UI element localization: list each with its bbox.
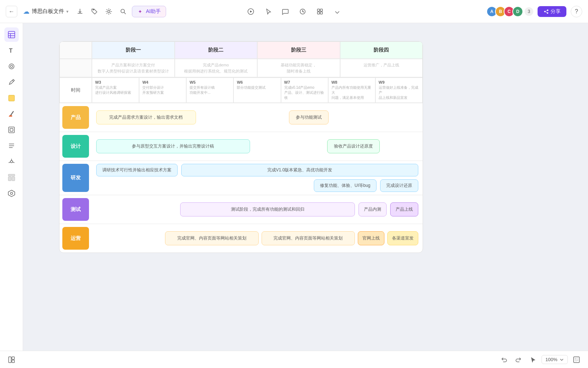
cursor-mode-button[interactable] bbox=[527, 354, 539, 365]
panel-layout-button[interactable] bbox=[6, 354, 17, 365]
week-w7-id: W7 bbox=[284, 80, 325, 84]
avatar-group: A B C D 3 bbox=[486, 6, 533, 17]
week-w9-id: W9 bbox=[379, 80, 419, 84]
history-button[interactable] bbox=[297, 6, 308, 17]
toolbar-center bbox=[245, 6, 343, 17]
week-w9-desc: 运营做好上线准备，完成产 品上线和新品宣发 bbox=[379, 85, 419, 100]
zoom-control[interactable]: 100% bbox=[542, 355, 568, 364]
week-w6-desc: 部分功能提交测试 bbox=[237, 85, 277, 90]
frame-icon bbox=[8, 126, 15, 134]
svg-rect-37 bbox=[577, 359, 578, 360]
task-dev-1: 调研技术可行性并输出相应技术方案 bbox=[96, 164, 178, 176]
minimap-button[interactable] bbox=[571, 354, 582, 365]
comment-button[interactable] bbox=[280, 6, 291, 17]
ops-label: 运营 bbox=[62, 227, 89, 250]
dev-tasks-row2: 修复功能、体验、UI等bug 完成设计还原 bbox=[96, 179, 418, 192]
week-w8-id: W8 bbox=[331, 80, 372, 84]
sidebar-item-brush[interactable] bbox=[4, 107, 19, 121]
sidebar-item-mindmap[interactable] bbox=[4, 154, 19, 169]
sidebar-item-list[interactable] bbox=[4, 139, 19, 153]
svg-point-15 bbox=[10, 65, 13, 67]
zoom-chevron-icon bbox=[560, 358, 564, 362]
task-ops-2: 完成官网、内容页面等网站相关策划 bbox=[262, 231, 355, 245]
more-icon bbox=[334, 8, 341, 15]
settings-button[interactable] bbox=[103, 6, 115, 17]
sidebar-item-table[interactable] bbox=[4, 27, 19, 42]
chevron-down-icon: ▾ bbox=[66, 9, 68, 14]
text-icon: T bbox=[8, 47, 15, 54]
week-w4-desc: 交付部分设计 开发预研方案 bbox=[142, 85, 183, 95]
play-button[interactable] bbox=[245, 6, 257, 17]
sidebar-item-frame[interactable] bbox=[4, 123, 19, 137]
grid-view-button[interactable] bbox=[314, 6, 326, 17]
design-row: 设计 参与原型交互方案设计，并输出完整设计稿 验收产品设计还原度 bbox=[59, 132, 423, 161]
search-button[interactable] bbox=[117, 6, 129, 17]
svg-rect-38 bbox=[575, 360, 578, 361]
history-icon bbox=[299, 8, 306, 15]
pointer-button[interactable] bbox=[262, 6, 274, 17]
undo-button[interactable] bbox=[498, 354, 510, 365]
help-button[interactable]: ? bbox=[571, 6, 582, 17]
time-label: 时间 bbox=[59, 78, 92, 103]
dev-row: 研发 调研技术可行性并输出相应技术方案 完成V1.0版本紧急、高优功能开发 修复… bbox=[59, 161, 423, 195]
phase-4-header: 阶段四 bbox=[340, 41, 423, 59]
sidebar-item-component[interactable] bbox=[4, 186, 19, 201]
svg-rect-8 bbox=[320, 12, 322, 14]
redo-button[interactable] bbox=[513, 354, 524, 365]
whiteboard-content: 阶段一 阶段二 阶段三 阶段四 产品方案和设计方案交付 数字人类型特征设计及语音… bbox=[59, 41, 423, 253]
back-icon: ← bbox=[9, 8, 14, 15]
dev-label: 研发 bbox=[62, 164, 89, 192]
avatar-count: 3 bbox=[525, 7, 533, 16]
task-test-1: 测试阶段，完成所有功能的测试和回归 bbox=[180, 202, 355, 216]
svg-rect-32 bbox=[12, 357, 14, 359]
task-design-2: 验收产品设计还原度 bbox=[327, 139, 380, 153]
task-dev-2: 完成V1.0版本紧急、高优功能开发 bbox=[181, 164, 418, 176]
doc-title: 博思白板文件 bbox=[32, 8, 64, 15]
ai-assistant-button[interactable]: ✦ AI助手 bbox=[132, 6, 166, 17]
sidebar-item-pen[interactable] bbox=[4, 75, 19, 89]
brush-icon bbox=[8, 110, 15, 118]
toolbar-right: A B C D 3 分享 ? bbox=[343, 6, 582, 17]
header-empty-cell bbox=[59, 41, 92, 59]
tag-button[interactable] bbox=[89, 6, 100, 17]
play-icon bbox=[247, 8, 254, 15]
panel-layout-icon bbox=[8, 356, 15, 363]
sidebar-item-template[interactable] bbox=[4, 170, 19, 185]
week-w8-desc: 产品内所有功能使用无重大 问题，满足基本使用 bbox=[331, 85, 372, 100]
share-button[interactable]: 分享 bbox=[538, 6, 566, 17]
doc-title-area[interactable]: ☁ 博思白板文件 ▾ bbox=[20, 6, 71, 17]
dev-tasks-row1: 调研技术可行性并输出相应技术方案 完成V1.0版本紧急、高优功能开发 bbox=[96, 164, 418, 176]
svg-rect-36 bbox=[577, 358, 578, 359]
svg-rect-34 bbox=[574, 357, 579, 363]
back-button[interactable]: ← bbox=[6, 6, 17, 17]
week-w3-desc: 完成产品方案 进行设计风格调研探索 bbox=[95, 85, 136, 95]
task-test-2: 产品内测 bbox=[358, 202, 387, 216]
bottom-right: 100% bbox=[498, 354, 582, 365]
phase-3-desc: 基础功能完善稳定， 随时准备上线 bbox=[257, 59, 340, 77]
test-label: 测试 bbox=[62, 198, 89, 221]
phase-1-desc: 产品方案和设计方案交付 数字人类型特征设计及语音素材类型设计 bbox=[92, 59, 175, 77]
canvas[interactable]: 阶段一 阶段二 阶段三 阶段四 产品方案和设计方案交付 数字人类型特征设计及语音… bbox=[23, 23, 588, 351]
week-w5-id: W5 bbox=[190, 80, 230, 84]
svg-text:T: T bbox=[9, 48, 13, 54]
sidebar-item-text[interactable]: T bbox=[4, 43, 19, 58]
svg-rect-27 bbox=[8, 177, 11, 181]
sidebar-item-shape[interactable] bbox=[4, 59, 19, 74]
zoom-label: 100% bbox=[545, 357, 557, 362]
phase-1-header: 阶段一 bbox=[92, 41, 175, 59]
product-row: 产品 完成产品需求方案设计，输出需求文档 参与功能测试 bbox=[59, 103, 423, 132]
search-icon bbox=[120, 8, 127, 15]
help-icon: ? bbox=[575, 8, 578, 15]
svg-rect-33 bbox=[12, 360, 14, 363]
week-w4-id: W4 bbox=[142, 80, 183, 84]
phase-4-desc: 运营推广，产品上线 bbox=[340, 59, 423, 77]
pointer-icon bbox=[264, 8, 272, 15]
download-button[interactable] bbox=[74, 6, 86, 17]
left-sidebar: T bbox=[0, 23, 23, 351]
svg-rect-17 bbox=[9, 127, 14, 133]
more-button[interactable] bbox=[331, 6, 343, 17]
phase-3-header: 阶段三 bbox=[257, 41, 340, 59]
sidebar-item-note[interactable] bbox=[4, 91, 19, 105]
week-w3: W3 完成产品方案 进行设计风格调研探索 bbox=[92, 78, 139, 103]
svg-rect-26 bbox=[8, 174, 15, 176]
